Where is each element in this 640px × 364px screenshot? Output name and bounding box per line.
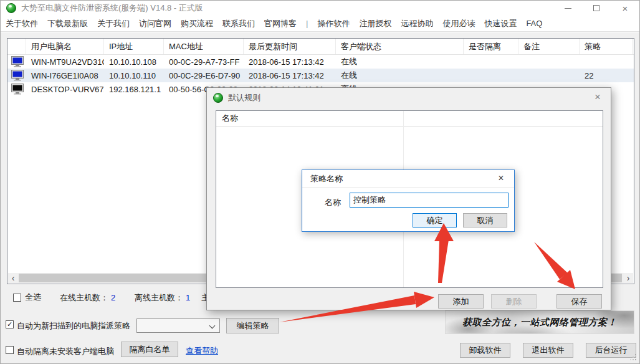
policy-dialog-title: 策略名称 [310,173,343,184]
cell-last-update: 2018-06-15 17:13:42 [244,55,336,69]
menu-about-us[interactable]: 关于我们 [97,18,130,29]
cell-remark [518,55,580,69]
online-hosts-count: 2 [111,293,115,302]
title-bar: 大势至电脑文件防泄密系统(服务端) V14.8 - 正式版 × [1,1,639,16]
banner-image: 获取全方位，一站式网络管理方案！ [445,310,634,334]
header-last-update[interactable]: 最后更新时间 [244,39,336,54]
computer-offline-icon [7,82,26,96]
delete-rule-button: 删除 [491,294,537,309]
auto-isolate-checkbox[interactable] [6,346,14,354]
header-icon-col [7,39,26,54]
policy-name-dialog: 策略名称 × 名称 确定 取消 [302,170,515,232]
policy-select-dropdown[interactable] [136,318,220,333]
policy-name-label: 名称 [325,197,341,208]
banner-slogan: 获取全方位，一站式网络管理方案！ [462,317,617,328]
menu-faq[interactable]: FAQ [526,19,542,28]
maximize-button[interactable] [582,1,611,16]
cell-ip: 192.168.121.1 [104,82,164,96]
policy-dialog-titlebar: 策略名称 × [302,170,514,188]
header-mac[interactable]: MAC地址 [164,39,244,54]
cell-ip: 10.10.10.108 [104,55,164,69]
computer-online-icon [7,55,26,69]
cell-status: 在线 [336,69,464,82]
header-remark[interactable]: 备注 [518,39,580,54]
menu-visit-site[interactable]: 访问官网 [139,18,171,29]
cell-isolated [464,69,518,82]
run-in-background-button[interactable]: 后台运行 [586,343,636,358]
ok-button[interactable]: 确定 [413,213,457,228]
menu-blog[interactable]: 官网博客 [264,18,297,29]
rules-dialog-titlebar: 默认规则 × [207,88,611,108]
header-computer-name[interactable]: 用户电脑名 [26,39,104,54]
minimize-button[interactable] [553,1,582,16]
select-all-checkbox[interactable] [13,294,21,302]
auto-isolate-label: 自动隔离未安装客户端电脑 [17,346,114,357]
cell-computer-name: DESKTOP-VURV672 [26,82,104,96]
cell-computer-name: WIN-MT9UA2VD31G [26,55,104,69]
view-help-link[interactable]: 查看帮助 [186,345,218,357]
cell-ip: 10.10.10.110 [104,69,164,82]
policy-name-input[interactable] [350,193,509,208]
rules-dialog-title: 默认规则 [228,92,260,103]
edit-policy-button[interactable]: 编辑策略 [226,318,279,333]
save-rules-button[interactable]: 保存 [556,294,602,309]
app-logo-icon [213,93,223,103]
auto-assign-policy-label: 自动为新扫描到的电脑指派策略 [17,320,130,332]
menu-about-software[interactable]: 关于软件 [6,18,38,29]
cell-mac: 00-0C-29-E6-D7-90 [164,69,244,82]
exit-software-button[interactable]: 退出软件 [523,343,573,358]
chevron-down-icon [209,323,216,329]
menu-must-read[interactable]: 使用必读 [442,18,475,29]
cancel-button[interactable]: 取消 [463,213,507,228]
window-title: 大势至电脑文件防泄密系统(服务端) V14.8 - 正式版 [21,2,203,14]
header-client-status[interactable]: 客户端状态 [336,39,464,54]
select-all-label: 全选 [25,292,41,303]
cell-policy: 22 [580,69,633,82]
cell-mac: 00-0C-29-A7-73-FF [164,55,244,69]
cell-computer-name: WIN-I76GE1I0A08 [26,69,104,82]
resize-grip[interactable] [629,353,637,363]
maximize-icon [593,5,599,11]
header-ip[interactable]: IP地址 [104,39,164,54]
checkmark-icon: ✓ [7,320,12,328]
scroll-left-icon[interactable]: ‹ [8,273,18,283]
cell-isolated [464,55,518,69]
online-hosts-label: 在线主机数： [60,293,108,302]
isolation-whitelist-button[interactable]: 隔离白名单 [121,342,178,357]
rules-dialog-close-icon[interactable]: × [591,90,604,104]
auto-assign-policy-checkbox[interactable]: ✓ [6,320,14,328]
cell-remark [518,69,580,82]
select-all-control: 全选 [13,292,41,303]
app-logo-icon [6,3,16,13]
rules-list-header: 名称 [216,111,603,127]
computer-online-icon [7,69,26,82]
offline-hosts-stat: 离线主机数：1 [135,292,190,304]
add-rule-button[interactable]: 添加 [438,294,484,309]
table-row[interactable]: WIN-MT9UA2VD31G 10.10.10.108 00-0C-29-A7… [7,55,634,69]
app-window: 大势至电脑文件防泄密系统(服务端) V14.8 - 正式版 × 关于软件 下载最… [0,0,640,364]
menu-operate[interactable]: 操作软件 [317,18,350,29]
menu-separator: | [306,19,308,28]
table-row-selected[interactable]: WIN-I76GE1I0A08 10.10.10.110 00-0C-29-E6… [7,69,634,82]
menu-download-latest[interactable]: 下载最新版 [47,18,88,29]
scroll-right-icon[interactable]: › [623,273,633,283]
header-isolated[interactable]: 是否隔离 [464,39,518,54]
cell-policy [580,55,633,69]
menu-remote-assist[interactable]: 远程协助 [401,18,433,29]
menu-quick-setup[interactable]: 快速设置 [484,18,517,29]
table-header: 用户电脑名 IP地址 MAC地址 最后更新时间 客户端状态 是否隔离 备注 策略 [7,39,634,55]
menu-bar: 关于软件 下载最新版 关于我们 访问官网 购买流程 联系我们 官网博客 | 操作… [1,16,639,32]
header-policy[interactable]: 策略 [580,39,633,54]
menu-register[interactable]: 注册授权 [359,18,391,29]
online-hosts-stat: 在线主机数：2 [60,292,115,304]
uninstall-software-button[interactable]: 卸载软件 [460,343,510,358]
policy-dialog-close-icon[interactable]: × [494,171,508,185]
close-button[interactable]: × [611,1,639,16]
cell-status: 在线 [336,55,464,69]
cell-last-update: 2018-06-15 17:13:42 [244,69,336,82]
menu-purchase[interactable]: 购买流程 [181,18,213,29]
offline-hosts-label: 离线主机数： [135,293,183,302]
menu-contact[interactable]: 联系我们 [222,18,255,29]
minimize-icon [565,8,571,9]
offline-hosts-count: 1 [186,293,190,302]
